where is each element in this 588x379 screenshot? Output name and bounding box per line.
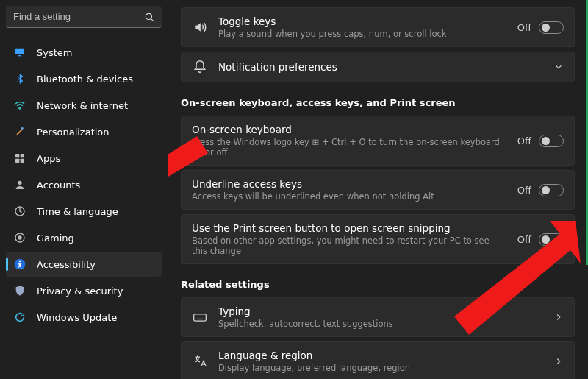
svg-rect-7 (21, 154, 24, 157)
section-heading-related: Related settings (181, 279, 575, 290)
shield-icon (13, 284, 26, 297)
setting-title: Underline access keys (192, 178, 507, 190)
setting-subtitle: Based on other app settings, you might n… (192, 235, 507, 256)
chevron-right-icon (553, 312, 564, 322)
setting-title: Notification preferences (218, 61, 543, 73)
system-icon (13, 46, 26, 59)
setting-on-screen-keyboard[interactable]: On-screen keyboard Press the Windows log… (181, 116, 575, 166)
toggle-state-label: Off (517, 135, 531, 146)
svg-rect-8 (15, 159, 19, 163)
link-language-region[interactable]: Language & region Display language, pref… (181, 341, 575, 379)
svg-point-0 (146, 13, 151, 19)
chevron-down-icon (553, 62, 564, 72)
search-icon (144, 12, 154, 22)
globe-clock-icon (13, 205, 26, 218)
setting-subtitle: Display language, preferred language, re… (218, 363, 543, 373)
nav-apps[interactable]: Apps (6, 146, 162, 171)
setting-notification-preferences[interactable]: Notification preferences (181, 52, 575, 82)
svg-rect-2 (15, 49, 24, 54)
nav-label: Personalization (37, 127, 110, 138)
setting-underline-access-keys[interactable]: Underline access keys Access keys will b… (181, 170, 575, 210)
nav-accounts[interactable]: Accounts (6, 172, 162, 197)
update-icon (13, 311, 26, 324)
setting-title: Language & region (218, 350, 543, 361)
nav-network[interactable]: Network & internet (6, 93, 162, 118)
nav-label: Gaming (37, 233, 74, 244)
setting-title: Use the Print screen button to open scre… (192, 222, 507, 234)
nav-label: Network & internet (37, 100, 128, 111)
setting-print-screen-snipping[interactable]: Use the Print screen button to open scre… (181, 214, 575, 264)
svg-point-10 (18, 181, 21, 185)
toggle-switch[interactable] (539, 233, 564, 246)
keyboard-icon (192, 310, 208, 325)
setting-subtitle: Press the Windows logo key ⊞ + Ctrl + O … (192, 137, 507, 157)
svg-point-13 (18, 236, 21, 239)
toggle-state-label: Off (517, 22, 531, 33)
person-icon (13, 178, 26, 191)
svg-rect-6 (15, 154, 19, 157)
nav-windows-update[interactable]: Windows Update (6, 305, 162, 330)
toggle-switch[interactable] (539, 135, 564, 147)
nav-label: Accessibility (37, 259, 96, 270)
apps-icon (13, 152, 26, 165)
wifi-icon (13, 99, 26, 112)
toggle-switch[interactable] (539, 21, 564, 34)
setting-subtitle: Play a sound when you press caps, num, o… (218, 29, 507, 39)
gaming-icon (13, 231, 26, 244)
link-typing[interactable]: Typing Spellcheck, autocorrect, text sug… (181, 297, 575, 337)
language-icon (192, 354, 208, 369)
setting-title: Toggle keys (218, 15, 507, 27)
nav-time-language[interactable]: Time & language (6, 199, 162, 224)
setting-subtitle: Access keys will be underlined even when… (192, 191, 507, 202)
nav-label: Bluetooth & devices (37, 74, 133, 85)
paintbrush-icon (13, 125, 26, 138)
nav-label: Privacy & security (37, 286, 123, 297)
accessibility-icon (13, 258, 26, 271)
chevron-right-icon (553, 356, 564, 366)
svg-rect-16 (194, 314, 207, 321)
nav-privacy[interactable]: Privacy & security (6, 278, 162, 303)
setting-toggle-keys[interactable]: Toggle keys Play a sound when you press … (181, 7, 575, 47)
nav-accessibility[interactable]: Accessibility (6, 252, 162, 277)
toggle-state-label: Off (517, 185, 531, 196)
search-input[interactable] (13, 11, 144, 22)
sound-icon (192, 20, 208, 35)
nav-bluetooth[interactable]: Bluetooth & devices (6, 66, 162, 91)
nav-label: Apps (37, 153, 60, 164)
nav-label: Time & language (37, 206, 118, 217)
settings-sidebar: System Bluetooth & devices Network & int… (0, 0, 168, 379)
search-field[interactable] (6, 6, 162, 28)
nav-list: System Bluetooth & devices Network & int… (6, 40, 162, 330)
bluetooth-icon (13, 72, 26, 85)
svg-line-1 (151, 18, 154, 21)
nav-gaming[interactable]: Gaming (6, 225, 162, 250)
bell-icon (192, 60, 208, 74)
nav-personalization[interactable]: Personalization (6, 119, 162, 144)
nav-label: Windows Update (37, 312, 117, 323)
nav-label: Accounts (37, 180, 80, 191)
setting-title: Typing (218, 305, 543, 317)
setting-title: On-screen keyboard (192, 124, 507, 135)
svg-rect-3 (18, 55, 21, 56)
svg-rect-5 (21, 127, 24, 130)
toggle-switch[interactable] (539, 184, 564, 196)
settings-content: Toggle keys Play a sound when you press … (168, 0, 588, 379)
svg-point-15 (19, 261, 21, 263)
nav-label: System (37, 47, 72, 58)
section-heading-keyboard: On-screen keyboard, access keys, and Pri… (181, 97, 575, 108)
toggle-state-label: Off (517, 234, 531, 245)
setting-subtitle: Spellcheck, autocorrect, text suggestion… (218, 319, 543, 329)
svg-rect-9 (21, 159, 24, 163)
nav-system[interactable]: System (6, 40, 162, 65)
svg-point-4 (19, 107, 21, 109)
